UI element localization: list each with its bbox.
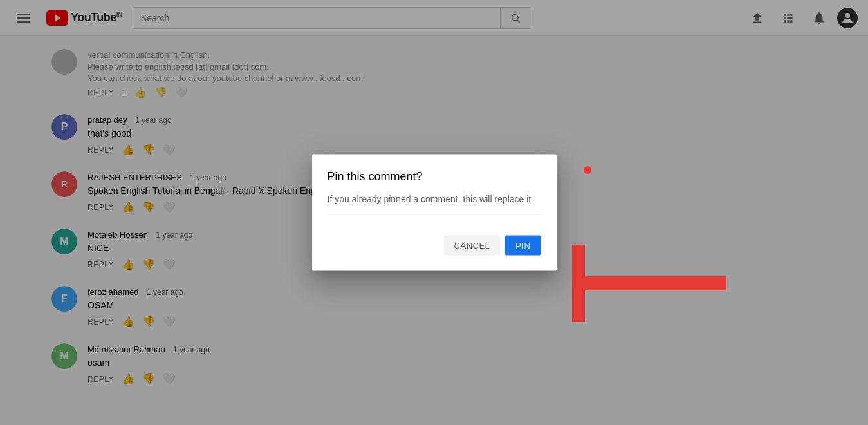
- dialog-body: If you already pinned a comment, this wi…: [328, 194, 541, 215]
- pin-button[interactable]: PIN: [505, 236, 540, 256]
- dialog-actions: CANCEL PIN: [328, 231, 541, 256]
- cancel-button[interactable]: CANCEL: [444, 236, 501, 256]
- indicator-dot: [584, 166, 591, 174]
- dialog-title: Pin this comment?: [328, 170, 541, 184]
- pin-comment-dialog: Pin this comment? If you already pinned …: [312, 155, 557, 271]
